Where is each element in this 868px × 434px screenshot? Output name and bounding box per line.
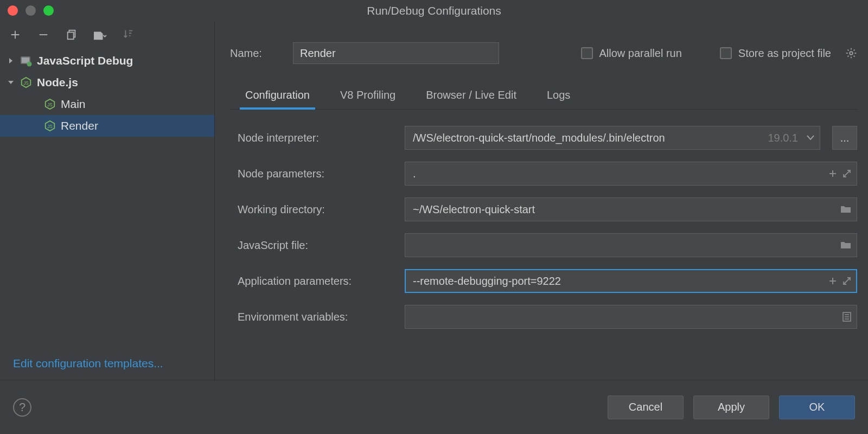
titlebar: Run/Debug Configurations bbox=[0, 0, 868, 22]
cancel-button[interactable]: Cancel bbox=[608, 395, 684, 419]
tree-node-js-debug[interactable]: JavaScript Debug bbox=[0, 50, 214, 72]
interpreter-version: 19.0.1 bbox=[768, 132, 798, 144]
folder-icon[interactable] bbox=[840, 205, 851, 214]
copy-config-button[interactable] bbox=[64, 27, 79, 42]
env-vars-field[interactable] bbox=[405, 305, 857, 329]
env-vars-input[interactable] bbox=[413, 311, 843, 323]
tab-configuration[interactable]: Configuration bbox=[243, 85, 312, 109]
svg-text:JS: JS bbox=[23, 81, 29, 86]
checkbox-icon bbox=[581, 47, 593, 59]
working-dir-input[interactable] bbox=[413, 203, 840, 216]
node-params-input[interactable] bbox=[413, 168, 828, 180]
chevron-right-icon bbox=[7, 58, 15, 64]
env-vars-label: Environment variables: bbox=[238, 311, 398, 323]
node-params-field[interactable] bbox=[405, 162, 857, 186]
svg-point-8 bbox=[850, 52, 853, 55]
chevron-down-icon[interactable] bbox=[807, 135, 814, 141]
dialog-footer: ? Cancel Apply OK bbox=[0, 380, 868, 434]
apply-button[interactable]: Apply bbox=[693, 395, 769, 419]
sidebar: JavaScript Debug JS Node.js JS Main JS bbox=[0, 22, 215, 380]
node-interpreter-label: Node interpreter: bbox=[238, 132, 398, 144]
tree-node-nodejs[interactable]: JS Node.js bbox=[0, 72, 214, 93]
plus-icon[interactable] bbox=[828, 277, 837, 285]
name-input[interactable] bbox=[293, 42, 499, 64]
edit-templates-link[interactable]: Edit configuration templates... bbox=[0, 347, 214, 380]
js-debug-icon bbox=[20, 54, 33, 67]
tab-logs[interactable]: Logs bbox=[545, 85, 572, 109]
tree-leaf-render[interactable]: JS Render bbox=[0, 115, 214, 137]
checkbox-label: Allow parallel run bbox=[599, 47, 682, 60]
folder-icon[interactable] bbox=[840, 241, 851, 250]
js-file-field[interactable] bbox=[405, 233, 857, 257]
save-config-button[interactable] bbox=[92, 27, 107, 42]
remove-config-button[interactable] bbox=[36, 27, 51, 42]
browse-interpreter-button[interactable]: ... bbox=[832, 126, 857, 150]
nodejs-icon: JS bbox=[20, 76, 33, 89]
tabs: Configuration V8 Profiling Browser / Liv… bbox=[230, 85, 857, 110]
close-window-icon[interactable] bbox=[8, 5, 18, 16]
tab-v8-profiling[interactable]: V8 Profiling bbox=[338, 85, 398, 109]
svg-rect-1 bbox=[68, 32, 74, 39]
allow-parallel-checkbox[interactable]: Allow parallel run bbox=[581, 47, 682, 60]
nodejs-icon: JS bbox=[43, 119, 56, 132]
tab-browser-live-edit[interactable]: Browser / Live Edit bbox=[424, 85, 519, 109]
configuration-form: Node interpreter: 19.0.1 ... Node parame… bbox=[230, 115, 857, 329]
store-as-project-checkbox[interactable]: Store as project file bbox=[720, 47, 831, 60]
node-params-label: Node parameters: bbox=[238, 168, 398, 180]
js-file-input[interactable] bbox=[413, 239, 840, 252]
plus-icon[interactable] bbox=[828, 169, 837, 178]
nodejs-icon: JS bbox=[43, 98, 56, 111]
checkbox-label: Store as project file bbox=[738, 47, 831, 60]
window-title: Run/Debug Configurations bbox=[367, 4, 501, 17]
expand-icon[interactable] bbox=[843, 169, 851, 178]
tree-label: Render bbox=[61, 119, 98, 132]
name-label: Name: bbox=[230, 47, 282, 60]
node-interpreter-field[interactable]: 19.0.1 bbox=[405, 126, 820, 150]
list-icon[interactable] bbox=[843, 312, 851, 322]
content-pane: Name: Allow parallel run Store as projec… bbox=[215, 22, 868, 380]
node-interpreter-input[interactable] bbox=[413, 132, 768, 144]
tree-leaf-main[interactable]: JS Main bbox=[0, 93, 214, 115]
window-controls bbox=[8, 5, 54, 16]
maximize-window-icon[interactable] bbox=[43, 5, 54, 16]
app-params-input[interactable] bbox=[413, 275, 828, 288]
svg-point-4 bbox=[27, 62, 32, 67]
gear-icon[interactable] bbox=[845, 47, 857, 59]
working-dir-field[interactable] bbox=[405, 197, 857, 221]
tree-label: Node.js bbox=[37, 76, 78, 89]
svg-text:JS: JS bbox=[47, 124, 53, 129]
add-config-button[interactable] bbox=[8, 27, 23, 42]
sort-config-button[interactable] bbox=[120, 27, 136, 42]
tree-label: Main bbox=[61, 98, 86, 111]
help-button[interactable]: ? bbox=[13, 398, 31, 417]
checkbox-icon bbox=[720, 47, 732, 59]
minimize-window-icon[interactable] bbox=[25, 5, 36, 16]
config-tree: JavaScript Debug JS Node.js JS Main JS bbox=[0, 49, 214, 347]
app-params-field[interactable] bbox=[405, 269, 857, 293]
svg-text:JS: JS bbox=[47, 103, 53, 107]
tree-label: JavaScript Debug bbox=[37, 54, 133, 67]
ok-button[interactable]: OK bbox=[779, 395, 855, 419]
working-dir-label: Working directory: bbox=[238, 203, 398, 216]
sidebar-toolbar bbox=[0, 22, 214, 49]
app-params-label: Application parameters: bbox=[238, 275, 398, 288]
chevron-down-icon bbox=[7, 79, 15, 86]
expand-icon[interactable] bbox=[843, 277, 851, 285]
js-file-label: JavaScript file: bbox=[238, 239, 398, 252]
